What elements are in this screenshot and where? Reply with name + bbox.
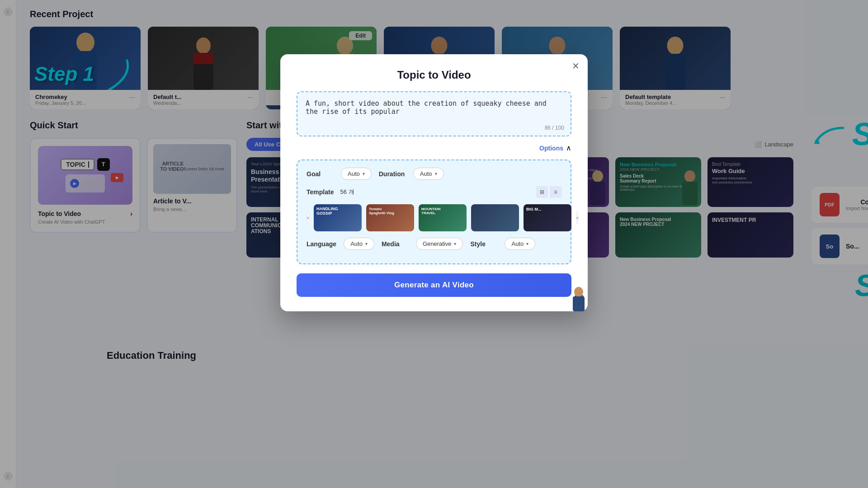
options-panel: Goal Auto ▾ Duration Auto ▾ Template 56 …: [297, 160, 571, 264]
modal-dialog: ✕ Topic to Video A fun, short video abou…: [280, 54, 588, 311]
modal-overlay[interactable]: ✕ Topic to Video A fun, short video abou…: [0, 0, 868, 488]
template-cards-row: ‹ HANDLINGGOSSIP TomatoSpaghetti Vlog: [307, 204, 561, 231]
mt4-person: [471, 204, 519, 231]
modal-template-4[interactable]: [471, 204, 519, 231]
